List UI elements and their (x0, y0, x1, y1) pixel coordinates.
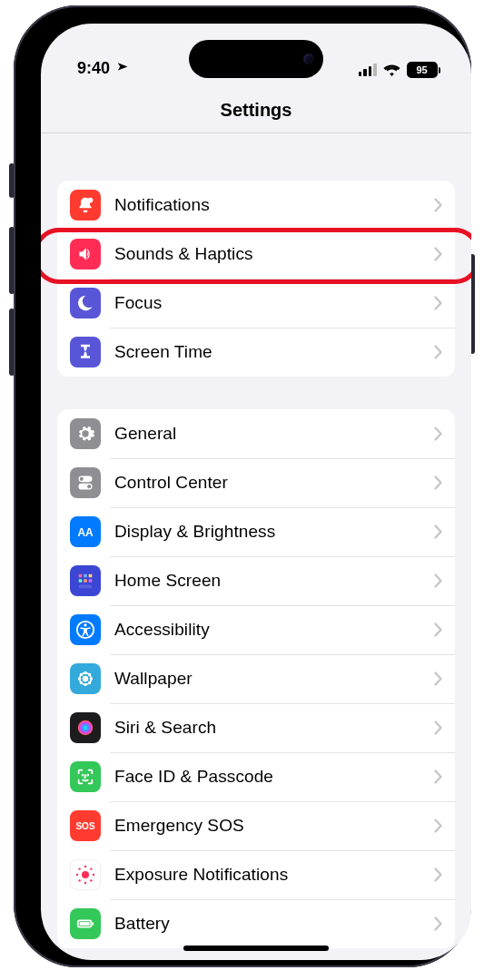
general-icon (70, 418, 101, 449)
accessibility-icon (70, 614, 101, 645)
svg-rect-10 (84, 579, 87, 583)
row-label: Sounds & Haptics (101, 244, 434, 264)
front-camera-icon (303, 54, 314, 64)
svg-rect-39 (80, 922, 90, 926)
status-left: 9:40 (77, 59, 126, 78)
row-label: Emergency SOS (101, 816, 434, 836)
settings-group-1: Notifications Sounds & Haptics Focus (57, 181, 455, 377)
row-label: Accessibility (101, 620, 434, 640)
svg-point-36 (78, 879, 80, 881)
settings-group-2: General Control Center AA Display & Brig… (57, 409, 455, 948)
row-label: Control Center (101, 473, 434, 493)
svg-point-37 (90, 879, 92, 881)
dynamic-island (189, 40, 323, 78)
chevron-right-icon (434, 769, 442, 784)
chevron-right-icon (434, 524, 442, 539)
row-label: Face ID & Passcode (101, 767, 434, 787)
row-exposure-notifications[interactable]: Exposure Notifications (57, 850, 455, 899)
row-siri-search[interactable]: Siri & Search (57, 703, 455, 752)
svg-rect-8 (89, 574, 93, 578)
svg-point-35 (90, 867, 92, 869)
chevron-right-icon (434, 198, 442, 212)
battery-indicator: 95 (407, 62, 441, 78)
focus-icon (70, 288, 101, 318)
battery-level: 95 (416, 64, 427, 75)
exposure-notifications-icon (70, 859, 101, 890)
cellular-signal-icon (359, 64, 377, 76)
phone-frame: 9:40 95 Settings (14, 5, 471, 967)
svg-rect-6 (79, 574, 83, 578)
chevron-right-icon (434, 426, 442, 441)
svg-point-15 (83, 676, 88, 681)
row-sounds-haptics[interactable]: Sounds & Haptics (57, 230, 455, 279)
row-label: Home Screen (101, 571, 434, 591)
svg-point-2 (80, 477, 84, 481)
row-face-id-passcode[interactable]: Face ID & Passcode (57, 752, 455, 801)
chevron-right-icon (434, 247, 442, 261)
svg-rect-40 (92, 922, 94, 926)
control-center-icon (70, 467, 101, 498)
row-screen-time[interactable]: Screen Time (57, 328, 455, 377)
svg-point-26 (83, 775, 84, 776)
row-display-brightness[interactable]: AA Display & Brightness (57, 507, 455, 556)
row-focus[interactable]: Focus (57, 279, 455, 328)
sounds-haptics-icon (70, 239, 101, 270)
svg-rect-7 (84, 574, 87, 578)
svg-text:AA: AA (77, 526, 94, 539)
row-label: Display & Brightness (101, 522, 434, 542)
notifications-icon (70, 190, 101, 220)
row-accessibility[interactable]: Accessibility (57, 605, 455, 654)
svg-rect-0 (88, 198, 94, 203)
svg-text:SOS: SOS (75, 821, 94, 831)
wifi-icon (383, 64, 400, 76)
svg-rect-11 (89, 579, 93, 583)
svg-rect-12 (79, 585, 93, 589)
row-label: Exposure Notifications (101, 865, 434, 885)
screen: 9:40 95 Settings (41, 24, 471, 960)
row-label: Siri & Search (101, 718, 434, 738)
svg-point-30 (84, 866, 86, 867)
row-general[interactable]: General (57, 409, 455, 458)
row-label: General (101, 424, 434, 444)
row-emergency-sos[interactable]: SOS Emergency SOS (57, 801, 455, 850)
chevron-right-icon (434, 671, 442, 686)
chevron-right-icon (434, 345, 442, 359)
chevron-right-icon (434, 867, 442, 882)
settings-scroll[interactable]: Notifications Sounds & Haptics Focus (41, 133, 471, 960)
chevron-right-icon (434, 818, 442, 833)
svg-point-29 (82, 871, 89, 878)
row-home-screen[interactable]: Home Screen (57, 556, 455, 605)
row-notifications[interactable]: Notifications (57, 181, 455, 230)
row-label: Wallpaper (101, 669, 434, 689)
row-control-center[interactable]: Control Center (57, 458, 455, 507)
emergency-sos-icon: SOS (70, 810, 101, 841)
svg-point-33 (93, 874, 94, 876)
home-indicator[interactable] (183, 946, 329, 951)
status-time: 9:40 (77, 59, 110, 78)
row-battery[interactable]: Battery (57, 899, 455, 948)
wallpaper-icon (70, 663, 101, 694)
face-id-passcode-icon (70, 761, 101, 792)
display-brightness-icon: AA (70, 516, 101, 547)
row-label: Notifications (101, 195, 434, 215)
chevron-right-icon (434, 916, 442, 931)
chevron-right-icon (434, 573, 442, 588)
siri-search-icon (70, 712, 101, 743)
svg-rect-9 (79, 579, 83, 583)
row-label: Focus (101, 293, 434, 313)
chevron-right-icon (434, 475, 442, 490)
row-label: Battery (101, 914, 434, 934)
svg-point-32 (76, 874, 78, 876)
location-arrow-icon (110, 58, 130, 78)
chevron-right-icon (434, 720, 442, 735)
battery-icon (70, 908, 101, 939)
svg-point-4 (87, 485, 91, 488)
row-wallpaper[interactable]: Wallpaper (57, 654, 455, 703)
screen-time-icon (70, 337, 101, 368)
svg-point-27 (87, 775, 88, 776)
svg-point-34 (78, 867, 80, 869)
svg-point-25 (78, 720, 94, 736)
chevron-right-icon (434, 622, 442, 637)
row-label: Screen Time (101, 342, 434, 362)
svg-point-31 (84, 882, 86, 884)
